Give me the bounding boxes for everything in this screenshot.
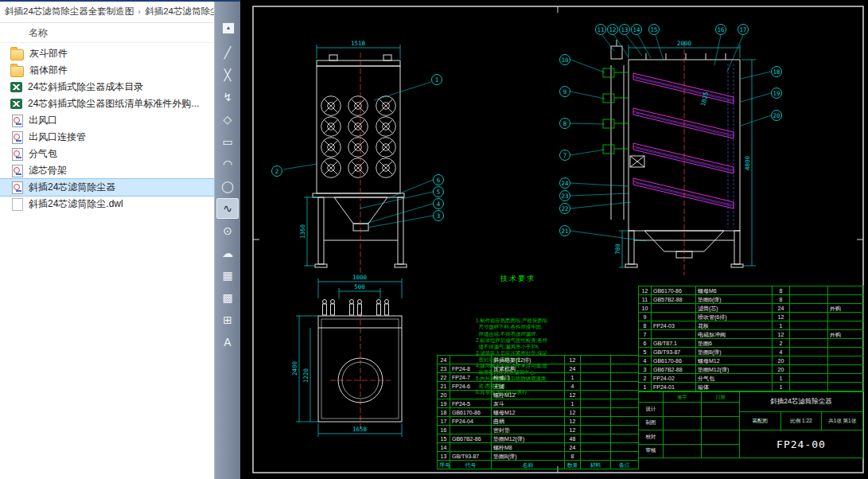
file-item-main-drawing-selected[interactable]: 斜插24芯滤筒除尘器 [0, 179, 214, 196]
cell-material [581, 434, 611, 443]
svg-text:5: 5 [437, 189, 441, 196]
parts-table-row: 19 FP24-5 灰斗 1 [438, 399, 639, 408]
cell-part-code: FP24-04 [450, 417, 492, 426]
cell-part-code: GB6170-86 [652, 356, 696, 365]
signature-row: 审核 [639, 445, 739, 458]
file-item-outlet-pipe[interactable]: 出风口连接管 [0, 129, 214, 146]
cell-part-name: 曲柄 [492, 417, 565, 426]
file-item-air-manifold[interactable]: 分气包 [0, 146, 214, 162]
balloon-18: 18 [772, 67, 782, 77]
balloon-23: 23 [560, 191, 570, 201]
parts-table-lower: 24 斜插格架(12排) 12 23 FP24-8 压紧机构 24 22 FP2… [437, 355, 639, 469]
cell-item-no: 15 [438, 434, 450, 443]
balloon-13: 13 [620, 25, 630, 35]
dim-bottom-inner-height: 1220 [302, 368, 309, 383]
cell-part-code: FP24-7 [450, 373, 492, 382]
cell-remark [828, 365, 864, 374]
breadcrumb-current[interactable]: 斜插24芯滤筒除尘器 [145, 6, 214, 18]
cell-qty: 12 [565, 408, 581, 417]
balloon-15: 15 [649, 25, 660, 35]
polygon-tool-button[interactable]: ◇ [216, 109, 239, 130]
scroll-up-button[interactable]: ▲ [222, 22, 235, 34]
dim-front-width: 1518 [351, 40, 366, 47]
circle-tool-button[interactable]: ◯ [216, 176, 239, 197]
file-item-xiangti[interactable]: 箱体部件 [0, 62, 214, 79]
cell-part-name: 垫圈M12(弹) [696, 365, 773, 374]
svg-text:21: 21 [561, 228, 568, 235]
cell-qty: 4 [565, 382, 581, 391]
cell-part-name: 螺栓M12 [492, 391, 565, 399]
parts-table-row: 3 GB67B2-88 垫圈M12(弹) 20 [639, 365, 864, 374]
dim-bottom-total-width: 1658 [352, 426, 368, 433]
breadcrumb: 斜插24芯滤筒除尘器全套制造图 › 斜插24芯滤筒除尘器 [0, 0, 214, 23]
cell-qty: 24 [565, 443, 581, 452]
cell-part-code [450, 356, 492, 364]
revision-cloud-tool-button[interactable]: ☁ [216, 243, 239, 263]
cell-remark [611, 408, 639, 417]
signature-row: 制图 [639, 417, 739, 431]
line-tool-button[interactable]: ╱ [216, 42, 239, 63]
dim-side-height: 4800 [744, 155, 751, 170]
cell-part-name: 螺母M12 [492, 408, 565, 417]
svg-text:19: 19 [773, 90, 780, 97]
polygon-icon: ◇ [224, 113, 232, 126]
signature-header-spacer [639, 392, 664, 402]
svg-text:6: 6 [437, 177, 441, 184]
cell-part-code: GB/T87.1 [652, 339, 696, 348]
file-item-drawing-list[interactable]: 24芯斜插式除尘器图纸清单标准件外购... [0, 95, 214, 112]
file-item-dwl[interactable]: 斜插24芯滤筒除尘.dwl [0, 196, 214, 212]
polyline-tool-button[interactable]: ↯ [216, 87, 239, 107]
cell-material [581, 391, 611, 399]
cell-part-name: 支腿 [492, 382, 565, 391]
region-tool-button[interactable]: ⊞ [216, 310, 239, 330]
drawing-scale: 比例 1:22 [781, 412, 823, 430]
hatch-tool-button[interactable]: ▦ [216, 265, 239, 286]
breadcrumb-root[interactable]: 斜插24芯滤筒除尘器全套制造图 [5, 6, 134, 18]
file-item-cost-list[interactable]: 24芯斜插式除尘器成本目录 [0, 79, 214, 95]
tech-requirement-line: 尺寸放样下料,各件焊接牢固, [476, 324, 560, 330]
svg-text:3: 3 [437, 212, 441, 220]
cell-part-code [652, 304, 696, 313]
cad-canvas[interactable]: 1518 1360 2000 4800 780 1825 1000 500 24… [240, 0, 868, 479]
excel-file-icon [10, 99, 22, 109]
cell-part-name: 密封垫 [492, 426, 565, 434]
signature-date-cell [702, 417, 739, 430]
gradient-tool-button[interactable]: ▩ [216, 287, 239, 308]
header-part-code: 代号 [450, 461, 492, 469]
cell-part-code: FP24-02 [652, 374, 696, 383]
cell-part-code: FP24-5 [450, 399, 492, 408]
svg-text:23: 23 [561, 193, 568, 200]
signature-date-cell [702, 403, 739, 416]
side-view-cartridges [633, 73, 734, 208]
name-column-header[interactable]: 名称 [0, 23, 214, 43]
arc-tool-button[interactable]: ◠ [216, 154, 239, 174]
cell-item-no: 23 [438, 364, 450, 373]
hatch-icon: ▦ [222, 269, 232, 282]
file-item-cartridge-frame[interactable]: 滤芯骨架 [0, 162, 214, 179]
cell-qty: 1 [773, 321, 790, 330]
cell-part-name: 垫圈6 [696, 339, 773, 348]
file-item-huidou[interactable]: 灰斗部件 [0, 45, 214, 62]
balloon-14: 14 [632, 25, 642, 35]
excel-file-icon [10, 82, 22, 92]
file-item-outlet[interactable]: 出风口 [0, 112, 214, 129]
parts-table-row: 1 FP24-01 箱体 1 [639, 383, 864, 391]
file-item-label: 箱体部件 [29, 64, 68, 77]
donut-tool-button[interactable]: ⊙ [216, 220, 239, 241]
mtext-tool-button[interactable]: A [216, 332, 239, 352]
rectangle-tool-button[interactable]: ▭ [216, 131, 239, 152]
cell-item-no: 19 [438, 399, 450, 408]
spline-tool-button[interactable]: ∿ [216, 198, 239, 219]
cell-qty: 12 [565, 426, 581, 434]
cell-qty: 8 [773, 295, 790, 304]
cell-qty: 1 [773, 383, 790, 391]
cell-remark [828, 348, 864, 356]
file-explorer-panel: 斜插24芯滤筒除尘器全套制造图 › 斜插24芯滤筒除尘器 名称 灰斗部件 箱体部… [0, 0, 215, 479]
cell-remark [611, 399, 639, 408]
cell-qty: 20 [773, 365, 790, 374]
construction-line-tool-button[interactable]: ╳ [216, 64, 239, 85]
rectangle-icon: ▭ [222, 135, 232, 148]
cell-remark [611, 356, 639, 364]
cell-part-name: 喷吹管(6排) [696, 313, 773, 321]
drawing-number: FP24-00 [740, 430, 862, 458]
